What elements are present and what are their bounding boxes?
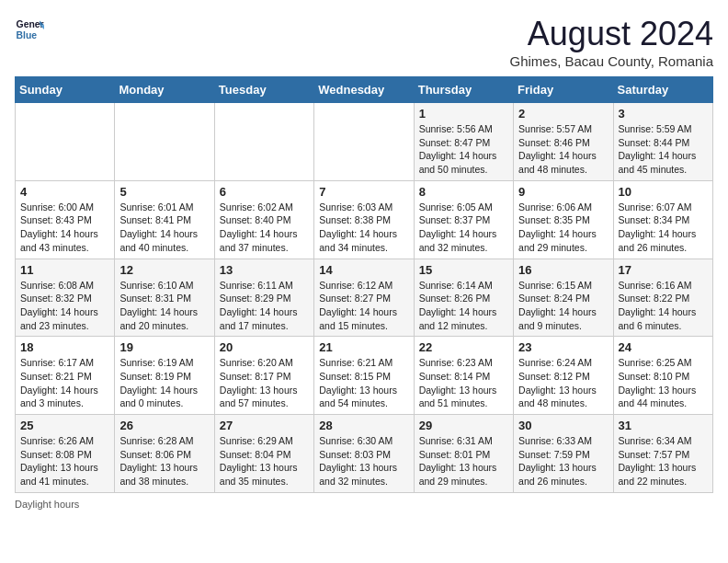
day-header-tuesday: Tuesday — [214, 77, 313, 103]
calendar-cell: 22Sunrise: 6:23 AM Sunset: 8:14 PM Dayli… — [414, 337, 513, 415]
title-block: August 2024 Ghimes, Bacau County, Romani… — [510, 15, 714, 69]
calendar-cell — [16, 103, 115, 181]
calendar-cell: 20Sunrise: 6:20 AM Sunset: 8:17 PM Dayli… — [214, 337, 313, 415]
day-number: 16 — [518, 263, 608, 277]
calendar-cell: 15Sunrise: 6:14 AM Sunset: 8:26 PM Dayli… — [414, 259, 513, 337]
day-info: Sunrise: 6:30 AM Sunset: 8:03 PM Dayligh… — [319, 434, 408, 488]
day-info: Sunrise: 6:06 AM Sunset: 8:35 PM Dayligh… — [518, 201, 608, 255]
day-info: Sunrise: 6:20 AM Sunset: 8:17 PM Dayligh… — [220, 356, 309, 410]
day-number: 15 — [419, 263, 508, 277]
day-info: Sunrise: 6:02 AM Sunset: 8:40 PM Dayligh… — [220, 201, 309, 255]
calendar-cell: 21Sunrise: 6:21 AM Sunset: 8:15 PM Dayli… — [314, 337, 414, 415]
day-number: 31 — [619, 419, 708, 432]
day-number: 24 — [619, 340, 708, 354]
calendar-cell: 3Sunrise: 5:59 AM Sunset: 8:44 PM Daylig… — [613, 103, 712, 181]
calendar-cell: 23Sunrise: 6:24 AM Sunset: 8:12 PM Dayli… — [514, 337, 613, 415]
day-number: 17 — [619, 263, 708, 277]
day-info: Sunrise: 6:10 AM Sunset: 8:31 PM Dayligh… — [119, 279, 209, 333]
location: Ghimes, Bacau County, Romania — [510, 53, 714, 69]
calendar-cell — [115, 103, 214, 181]
day-number: 1 — [419, 107, 508, 121]
calendar-cell: 8Sunrise: 6:05 AM Sunset: 8:37 PM Daylig… — [414, 180, 513, 259]
calendar-cell: 25Sunrise: 6:26 AM Sunset: 8:08 PM Dayli… — [16, 415, 115, 493]
header-row: SundayMondayTuesdayWednesdayThursdayFrid… — [16, 77, 713, 103]
calendar-cell — [314, 103, 414, 181]
svg-text:Blue: Blue — [17, 30, 38, 40]
day-number: 13 — [220, 263, 309, 277]
day-info: Sunrise: 6:16 AM Sunset: 8:22 PM Dayligh… — [619, 279, 708, 333]
logo: General Blue — [15, 15, 44, 44]
calendar-table: SundayMondayTuesdayWednesdayThursdayFrid… — [15, 76, 713, 493]
day-number: 27 — [220, 419, 309, 432]
day-number: 11 — [20, 263, 109, 277]
day-info: Sunrise: 6:31 AM Sunset: 8:01 PM Dayligh… — [419, 434, 508, 488]
day-header-monday: Monday — [115, 77, 214, 103]
day-info: Sunrise: 5:57 AM Sunset: 8:46 PM Dayligh… — [518, 122, 608, 177]
calendar-cell: 10Sunrise: 6:07 AM Sunset: 8:34 PM Dayli… — [613, 180, 712, 259]
day-number: 25 — [20, 419, 109, 432]
calendar-cell: 16Sunrise: 6:15 AM Sunset: 8:24 PM Dayli… — [514, 259, 613, 337]
day-number: 21 — [319, 340, 408, 354]
calendar-cell: 18Sunrise: 6:17 AM Sunset: 8:21 PM Dayli… — [16, 337, 115, 415]
day-info: Sunrise: 6:23 AM Sunset: 8:14 PM Dayligh… — [419, 356, 508, 410]
day-number: 20 — [220, 340, 309, 354]
day-info: Sunrise: 6:05 AM Sunset: 8:37 PM Dayligh… — [419, 201, 508, 255]
calendar-cell: 24Sunrise: 6:25 AM Sunset: 8:10 PM Dayli… — [613, 337, 712, 415]
calendar-cell: 31Sunrise: 6:34 AM Sunset: 7:57 PM Dayli… — [613, 415, 712, 493]
day-info: Sunrise: 6:11 AM Sunset: 8:29 PM Dayligh… — [220, 279, 309, 333]
calendar-cell — [214, 103, 313, 181]
day-number: 30 — [518, 419, 608, 432]
day-info: Sunrise: 6:08 AM Sunset: 8:32 PM Dayligh… — [20, 279, 109, 333]
calendar-cell: 4Sunrise: 6:00 AM Sunset: 8:43 PM Daylig… — [16, 180, 115, 259]
day-info: Sunrise: 6:33 AM Sunset: 7:59 PM Dayligh… — [518, 434, 608, 488]
calendar-cell: 19Sunrise: 6:19 AM Sunset: 8:19 PM Dayli… — [115, 337, 214, 415]
day-info: Sunrise: 6:28 AM Sunset: 8:06 PM Dayligh… — [119, 434, 209, 488]
day-info: Sunrise: 6:17 AM Sunset: 8:21 PM Dayligh… — [20, 356, 109, 410]
day-number: 14 — [319, 263, 408, 277]
footer-note: Daylight hours — [15, 499, 713, 510]
day-info: Sunrise: 6:14 AM Sunset: 8:26 PM Dayligh… — [419, 279, 508, 333]
calendar-cell: 6Sunrise: 6:02 AM Sunset: 8:40 PM Daylig… — [214, 180, 313, 259]
week-row-5: 25Sunrise: 6:26 AM Sunset: 8:08 PM Dayli… — [16, 415, 713, 493]
day-number: 3 — [619, 107, 708, 121]
day-number: 22 — [419, 340, 508, 354]
day-number: 8 — [419, 185, 508, 199]
month-title: August 2024 — [510, 15, 714, 53]
logo-icon: General Blue — [15, 15, 44, 44]
day-number: 12 — [119, 263, 209, 277]
day-info: Sunrise: 6:03 AM Sunset: 8:38 PM Dayligh… — [319, 201, 408, 255]
calendar-cell: 29Sunrise: 6:31 AM Sunset: 8:01 PM Dayli… — [414, 415, 513, 493]
calendar-cell: 5Sunrise: 6:01 AM Sunset: 8:41 PM Daylig… — [115, 180, 214, 259]
day-info: Sunrise: 5:56 AM Sunset: 8:47 PM Dayligh… — [419, 122, 508, 177]
day-number: 7 — [319, 185, 408, 199]
page-header: General Blue August 2024 Ghimes, Bacau C… — [15, 15, 713, 69]
day-header-sunday: Sunday — [16, 77, 115, 103]
calendar-cell: 12Sunrise: 6:10 AM Sunset: 8:31 PM Dayli… — [115, 259, 214, 337]
day-number: 23 — [518, 340, 608, 354]
day-info: Sunrise: 6:21 AM Sunset: 8:15 PM Dayligh… — [319, 356, 408, 410]
day-header-saturday: Saturday — [613, 77, 712, 103]
calendar-cell: 26Sunrise: 6:28 AM Sunset: 8:06 PM Dayli… — [115, 415, 214, 493]
day-info: Sunrise: 6:24 AM Sunset: 8:12 PM Dayligh… — [518, 356, 608, 410]
week-row-1: 1Sunrise: 5:56 AM Sunset: 8:47 PM Daylig… — [16, 103, 713, 181]
day-header-wednesday: Wednesday — [314, 77, 414, 103]
calendar-cell: 9Sunrise: 6:06 AM Sunset: 8:35 PM Daylig… — [514, 180, 613, 259]
day-info: Sunrise: 6:19 AM Sunset: 8:19 PM Dayligh… — [119, 356, 209, 410]
day-header-friday: Friday — [514, 77, 613, 103]
week-row-2: 4Sunrise: 6:00 AM Sunset: 8:43 PM Daylig… — [16, 180, 713, 259]
calendar-cell: 2Sunrise: 5:57 AM Sunset: 8:46 PM Daylig… — [514, 103, 613, 181]
calendar-cell: 14Sunrise: 6:12 AM Sunset: 8:27 PM Dayli… — [314, 259, 414, 337]
week-row-3: 11Sunrise: 6:08 AM Sunset: 8:32 PM Dayli… — [16, 259, 713, 337]
week-row-4: 18Sunrise: 6:17 AM Sunset: 8:21 PM Dayli… — [16, 337, 713, 415]
calendar-cell: 28Sunrise: 6:30 AM Sunset: 8:03 PM Dayli… — [314, 415, 414, 493]
day-number: 26 — [119, 419, 209, 432]
day-number: 4 — [20, 185, 109, 199]
day-info: Sunrise: 6:00 AM Sunset: 8:43 PM Dayligh… — [20, 201, 109, 255]
day-number: 6 — [220, 185, 309, 199]
day-number: 18 — [20, 340, 109, 354]
calendar-cell: 1Sunrise: 5:56 AM Sunset: 8:47 PM Daylig… — [414, 103, 513, 181]
calendar-cell: 7Sunrise: 6:03 AM Sunset: 8:38 PM Daylig… — [314, 180, 414, 259]
day-number: 28 — [319, 419, 408, 432]
calendar-cell: 30Sunrise: 6:33 AM Sunset: 7:59 PM Dayli… — [514, 415, 613, 493]
day-number: 19 — [119, 340, 209, 354]
